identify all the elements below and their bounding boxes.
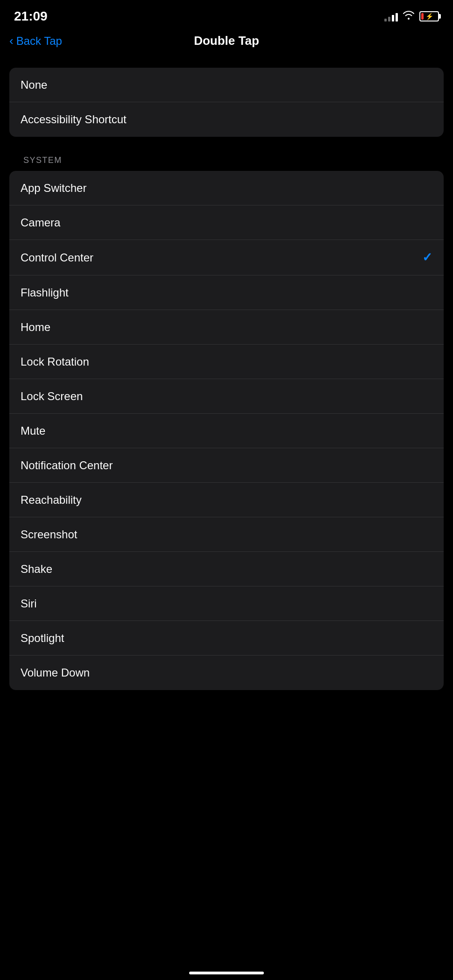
system-list-group: App Switcher Camera Control Center ✓ Fla… — [9, 171, 444, 690]
list-item-mute-label: Mute — [21, 424, 45, 437]
list-item-volume-down-label: Volume Down — [21, 666, 90, 679]
signal-icon — [384, 11, 398, 21]
content-area: None Accessibility Shortcut SYSTEM App S… — [0, 54, 453, 690]
list-item-camera[interactable]: Camera — [9, 205, 444, 240]
status-icons: ⚡ — [384, 10, 439, 22]
list-item-reachability-label: Reachability — [21, 494, 82, 507]
list-item-none-label: None — [21, 78, 47, 92]
nav-header: ‹ Back Tap Double Tap — [0, 28, 453, 54]
back-label: Back Tap — [16, 35, 62, 48]
status-bar: 21:09 ⚡ — [0, 0, 453, 26]
list-item-camera-label: Camera — [21, 216, 60, 229]
list-item-flashlight-label: Flashlight — [21, 286, 69, 299]
list-item-mute[interactable]: Mute — [9, 414, 444, 448]
list-item-home-label: Home — [21, 321, 50, 334]
list-item-lock-rotation-label: Lock Rotation — [21, 355, 89, 368]
home-indicator — [189, 972, 264, 974]
list-item-siri-label: Siri — [21, 597, 37, 610]
list-item-shake[interactable]: Shake — [9, 552, 444, 586]
list-item-app-switcher[interactable]: App Switcher — [9, 171, 444, 205]
list-item-notification-center[interactable]: Notification Center — [9, 448, 444, 483]
list-item-lock-screen-label: Lock Screen — [21, 390, 83, 403]
system-section-header: SYSTEM — [9, 155, 444, 171]
list-item-accessibility-shortcut[interactable]: Accessibility Shortcut — [9, 102, 444, 137]
list-item-screenshot-label: Screenshot — [21, 528, 77, 541]
list-item-home[interactable]: Home — [9, 310, 444, 345]
list-item-volume-down[interactable]: Volume Down — [9, 656, 444, 690]
list-item-screenshot[interactable]: Screenshot — [9, 517, 444, 552]
checkmark-icon: ✓ — [422, 250, 432, 265]
status-time: 21:09 — [14, 9, 48, 24]
back-chevron-icon: ‹ — [9, 34, 14, 48]
list-item-spotlight[interactable]: Spotlight — [9, 621, 444, 656]
battery-icon: ⚡ — [419, 11, 439, 21]
top-list-group: None Accessibility Shortcut — [9, 68, 444, 137]
back-button[interactable]: ‹ Back Tap — [9, 34, 62, 48]
list-item-accessibility-shortcut-label: Accessibility Shortcut — [21, 113, 127, 126]
list-item-none[interactable]: None — [9, 68, 444, 102]
list-item-shake-label: Shake — [21, 563, 52, 576]
list-item-notification-center-label: Notification Center — [21, 459, 113, 472]
list-item-reachability[interactable]: Reachability — [9, 483, 444, 517]
page-title: Double Tap — [194, 34, 259, 48]
list-item-app-switcher-label: App Switcher — [21, 182, 86, 195]
list-item-flashlight[interactable]: Flashlight — [9, 275, 444, 310]
list-item-control-center-label: Control Center — [21, 251, 93, 264]
list-item-lock-screen[interactable]: Lock Screen — [9, 379, 444, 414]
list-item-lock-rotation[interactable]: Lock Rotation — [9, 345, 444, 379]
list-item-spotlight-label: Spotlight — [21, 632, 64, 645]
list-item-siri[interactable]: Siri — [9, 586, 444, 621]
list-item-control-center[interactable]: Control Center ✓ — [9, 240, 444, 275]
wifi-icon — [403, 10, 415, 22]
